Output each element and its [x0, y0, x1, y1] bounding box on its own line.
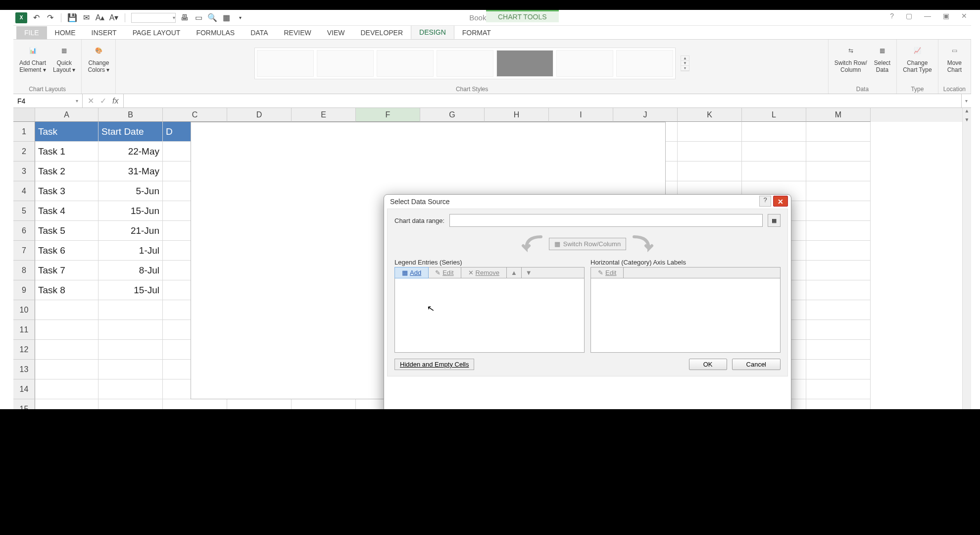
- column-header-G[interactable]: G: [420, 108, 485, 122]
- ribbon-options-icon[interactable]: ▢: [906, 12, 912, 20]
- calculate-icon[interactable]: ▦: [221, 13, 231, 23]
- cell[interactable]: [35, 320, 98, 340]
- chart-style-7[interactable]: [616, 50, 673, 77]
- form-icon[interactable]: ▭: [194, 13, 203, 23]
- chart-style-5[interactable]: [496, 50, 553, 77]
- cell[interactable]: 5-Jun: [98, 181, 163, 201]
- formula-input[interactable]: [124, 94, 961, 107]
- row-header-3[interactable]: 3: [13, 161, 35, 181]
- cell[interactable]: 1-Jul: [98, 241, 163, 261]
- name-box[interactable]: F4▾: [13, 94, 83, 107]
- chart-data-range-input[interactable]: [449, 214, 763, 227]
- change-chart-type-button[interactable]: 📈 Change Chart Type: [902, 42, 932, 75]
- cell[interactable]: [806, 201, 871, 221]
- formula-bar-expand-icon[interactable]: ▾: [961, 94, 971, 107]
- cell[interactable]: 15-Jul: [98, 280, 163, 300]
- cell[interactable]: [806, 300, 871, 320]
- font-increase-icon[interactable]: A▴: [95, 13, 105, 23]
- cell[interactable]: [742, 161, 806, 181]
- font-decrease-icon[interactable]: A▾: [109, 13, 119, 23]
- tab-format[interactable]: FORMAT: [454, 26, 499, 39]
- column-header-E[interactable]: E: [292, 108, 356, 122]
- row-header-7[interactable]: 7: [13, 241, 35, 261]
- enter-formula-icon[interactable]: ✓: [100, 96, 106, 106]
- cell[interactable]: Task 8: [35, 280, 98, 300]
- tab-page-layout[interactable]: PAGE LAYOUT: [125, 26, 189, 39]
- row-header-14[interactable]: 14: [13, 379, 35, 399]
- maximize-icon[interactable]: ▣: [943, 12, 949, 20]
- cell[interactable]: [35, 340, 98, 360]
- cell[interactable]: [98, 360, 163, 379]
- cell[interactable]: Task 2: [35, 161, 98, 181]
- cell[interactable]: Task 5: [35, 221, 98, 241]
- cell[interactable]: [678, 161, 742, 181]
- cell[interactable]: [806, 161, 871, 181]
- font-picker[interactable]: ▾: [131, 13, 176, 23]
- tab-insert[interactable]: INSERT: [84, 26, 125, 39]
- cell[interactable]: [678, 122, 742, 142]
- row-header-10[interactable]: 10: [13, 300, 35, 320]
- cell[interactable]: [35, 360, 98, 379]
- tab-review[interactable]: REVIEW: [276, 26, 319, 39]
- cell[interactable]: [98, 340, 163, 360]
- cell[interactable]: [806, 340, 871, 360]
- chart-style-3[interactable]: [377, 50, 434, 77]
- cell[interactable]: Task 3: [35, 181, 98, 201]
- quick-layout-button[interactable]: ▦ Quick Layout ▾: [52, 42, 76, 75]
- cell[interactable]: 22-May: [98, 142, 163, 161]
- cell[interactable]: 8-Jul: [98, 261, 163, 280]
- row-header-11[interactable]: 11: [13, 320, 35, 340]
- column-header-C[interactable]: C: [163, 108, 227, 122]
- ok-button[interactable]: OK: [689, 359, 727, 370]
- hidden-empty-cells-button[interactable]: Hidden and Empty Cells: [394, 359, 474, 370]
- cell[interactable]: [806, 261, 871, 280]
- cell[interactable]: [678, 142, 742, 161]
- column-header-B[interactable]: B: [98, 108, 163, 122]
- chart-style-1[interactable]: [257, 50, 314, 77]
- cell[interactable]: Task 1: [35, 142, 98, 161]
- tab-developer[interactable]: DEVELOPER: [352, 26, 411, 39]
- add-chart-element-button[interactable]: 📊 Add Chart Element ▾: [18, 42, 47, 75]
- cell[interactable]: [806, 360, 871, 379]
- column-header-M[interactable]: M: [806, 108, 871, 122]
- tab-design[interactable]: DESIGN: [411, 25, 454, 39]
- dialog-close-button[interactable]: ✕: [773, 196, 788, 207]
- cell[interactable]: [806, 241, 871, 261]
- chart-style-4[interactable]: [437, 50, 493, 77]
- row-header-13[interactable]: 13: [13, 360, 35, 379]
- axis-labels-listbox[interactable]: [590, 278, 781, 353]
- column-header-D[interactable]: D: [227, 108, 292, 122]
- chart-style-2[interactable]: [317, 50, 374, 77]
- column-header-K[interactable]: K: [678, 108, 742, 122]
- cell[interactable]: [806, 379, 871, 399]
- tab-home[interactable]: HOME: [47, 26, 84, 39]
- cell[interactable]: [98, 379, 163, 399]
- column-header-J[interactable]: J: [613, 108, 678, 122]
- tab-file[interactable]: FILE: [16, 26, 47, 39]
- row-header-4[interactable]: 4: [13, 181, 35, 201]
- close-window-icon[interactable]: ✕: [961, 12, 967, 20]
- cell[interactable]: Task 7: [35, 261, 98, 280]
- cell[interactable]: [98, 320, 163, 340]
- series-add-button[interactable]: ▦Add: [394, 267, 429, 278]
- minimize-icon[interactable]: —: [924, 12, 931, 20]
- column-header-H[interactable]: H: [485, 108, 549, 122]
- range-selector-button[interactable]: ▦: [768, 214, 781, 227]
- cell[interactable]: Start Date: [98, 122, 163, 142]
- change-colors-button[interactable]: 🎨 Change Colors ▾: [87, 42, 110, 75]
- cell[interactable]: Task 6: [35, 241, 98, 261]
- cell[interactable]: [806, 142, 871, 161]
- cell[interactable]: [806, 280, 871, 300]
- help-icon[interactable]: ?: [890, 12, 894, 20]
- qat-customize-icon[interactable]: ▾: [235, 13, 245, 23]
- row-header-9[interactable]: 9: [13, 280, 35, 300]
- cell[interactable]: Task: [35, 122, 98, 142]
- dialog-title-bar[interactable]: Select Data Source ? ✕: [384, 195, 791, 209]
- chart-styles-gallery[interactable]: [254, 48, 676, 79]
- column-header-A[interactable]: A: [35, 108, 98, 122]
- cell[interactable]: [806, 122, 871, 142]
- cell[interactable]: Task 4: [35, 201, 98, 221]
- tab-data[interactable]: DATA: [243, 26, 276, 39]
- cell[interactable]: [35, 300, 98, 320]
- cell[interactable]: [806, 320, 871, 340]
